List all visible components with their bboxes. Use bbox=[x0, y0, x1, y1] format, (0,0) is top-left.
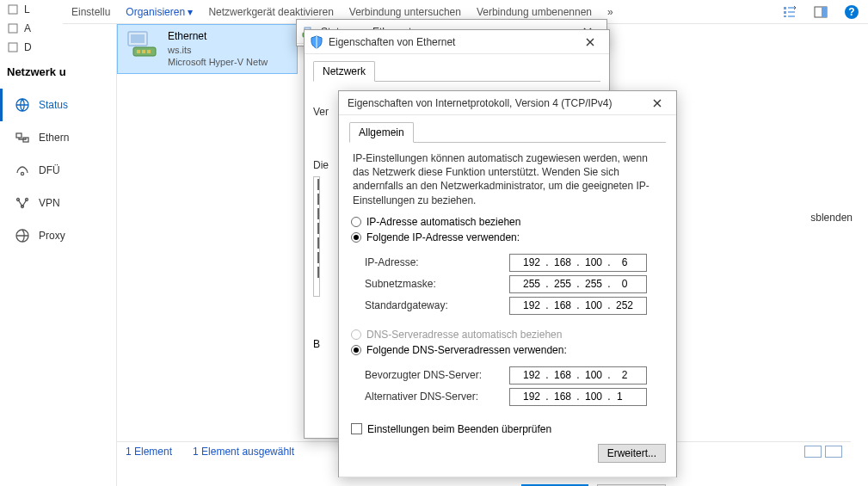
advanced-button[interactable]: Erweitert... bbox=[598, 444, 666, 463]
radio-label: IP-Adresse automatisch beziehen bbox=[366, 216, 520, 228]
toolbar-overflow[interactable]: » bbox=[607, 6, 613, 18]
radio-dns-auto: DNS-Serveradresse automatisch beziehen bbox=[351, 329, 664, 341]
label-default-gateway: Standardgateway: bbox=[365, 299, 509, 311]
sidebar-item-status[interactable]: Status bbox=[0, 89, 116, 121]
network-adapter-icon bbox=[126, 30, 161, 59]
view-options-icon[interactable] bbox=[782, 4, 797, 20]
disk-icon bbox=[7, 3, 19, 15]
checkbox-icon bbox=[351, 423, 362, 434]
close-button[interactable] bbox=[643, 95, 671, 112]
connection-adapter: Microsoft Hyper-V Netw bbox=[168, 56, 268, 68]
label-fragment: B bbox=[313, 338, 317, 350]
preview-pane-icon[interactable] bbox=[813, 4, 828, 20]
description-text: IP-Einstellungen können automatisch zuge… bbox=[353, 151, 662, 207]
sidebar-stub-label: L bbox=[24, 3, 30, 15]
toolbar-disable-device[interactable]: Netzwerkgerät deaktivieren bbox=[208, 6, 333, 18]
svg-rect-1 bbox=[9, 24, 17, 33]
connection-text: Ethernet ws.its Microsoft Hyper-V Netw bbox=[168, 30, 268, 68]
sidebar-stub[interactable]: D bbox=[0, 38, 116, 57]
toolbar-rename[interactable]: Verbindung umbenennen bbox=[477, 6, 592, 18]
svg-rect-19 bbox=[131, 34, 145, 43]
checkbox[interactable] bbox=[317, 223, 319, 234]
help-icon[interactable]: ? bbox=[844, 4, 859, 20]
toolbar-settings[interactable]: Einstellu bbox=[71, 6, 110, 18]
svg-rect-15 bbox=[822, 7, 827, 17]
radio-icon bbox=[351, 329, 361, 340]
radio-label: Folgende DNS-Serveradressen verwenden: bbox=[366, 344, 567, 356]
radio-icon bbox=[351, 217, 361, 227]
input-subnet-mask[interactable]: 255. 255. 255. 0 bbox=[509, 275, 647, 293]
sidebar-stub-label: A bbox=[24, 22, 31, 34]
label-alternate-dns: Alternativer DNS-Server: bbox=[365, 391, 509, 403]
svg-point-6 bbox=[21, 172, 23, 175]
radio-label: DNS-Serveradresse automatisch beziehen bbox=[366, 329, 562, 341]
svg-text:?: ? bbox=[848, 6, 854, 18]
sidebar-item-label: Status bbox=[39, 99, 68, 111]
toolbar-diagnose[interactable]: Verbindung untersuchen bbox=[349, 6, 461, 18]
sidebar-item-ethernet[interactable]: Ethern bbox=[0, 121, 116, 154]
view-large-icon[interactable] bbox=[825, 446, 842, 458]
svg-rect-0 bbox=[9, 5, 17, 14]
checkbox[interactable] bbox=[317, 267, 319, 278]
tab-strip: Allgemein bbox=[349, 122, 666, 143]
input-default-gateway[interactable]: 192. 168. 100. 252 bbox=[509, 297, 647, 315]
svg-rect-12 bbox=[784, 11, 786, 14]
window-title: Eigenschaften von Internetprotokoll, Ver… bbox=[344, 97, 643, 109]
checkbox[interactable] bbox=[317, 194, 319, 205]
view-details-icon[interactable] bbox=[804, 446, 822, 458]
connection-item-ethernet[interactable]: Ethernet ws.its Microsoft Hyper-V Netw bbox=[117, 24, 298, 74]
svg-rect-23 bbox=[147, 50, 151, 53]
checkbox[interactable] bbox=[317, 208, 319, 219]
svg-rect-13 bbox=[784, 15, 786, 17]
label-subnet-mask: Subnetzmaske: bbox=[365, 278, 509, 290]
label-ip-address: IP-Adresse: bbox=[365, 256, 509, 268]
dialup-icon bbox=[15, 163, 30, 178]
window-title: Eigenschaften von Ethernet bbox=[329, 36, 576, 48]
sidebar-item-label: VPN bbox=[39, 197, 60, 209]
tab-strip: Netzwerk bbox=[313, 61, 600, 82]
disk-icon bbox=[7, 41, 19, 53]
svg-rect-22 bbox=[142, 50, 145, 53]
checkbox-validate-on-exit[interactable]: Einstellungen beim Beenden überprüfen bbox=[351, 423, 666, 435]
connection-name: Ethernet bbox=[168, 30, 268, 44]
globe-icon bbox=[15, 97, 30, 113]
input-ip-address[interactable]: 192. 168. 100. 6 bbox=[509, 254, 647, 272]
svg-rect-2 bbox=[9, 43, 17, 52]
shield-icon bbox=[310, 35, 323, 49]
status-count: 1 Element bbox=[126, 446, 172, 458]
background-text-fragment: sblenden bbox=[810, 212, 853, 224]
sidebar-item-label: Proxy bbox=[39, 230, 65, 242]
connection-domain: ws.its bbox=[168, 44, 268, 56]
tab-network[interactable]: Netzwerk bbox=[313, 61, 375, 82]
radio-ip-auto[interactable]: IP-Adresse automatisch beziehen bbox=[351, 216, 664, 228]
checkbox[interactable] bbox=[317, 179, 319, 190]
window-ipv4-properties: Eigenschaften von Internetprotokoll, Ver… bbox=[338, 90, 677, 477]
label-preferred-dns: Bevorzugter DNS-Server: bbox=[365, 369, 509, 381]
tab-general[interactable]: Allgemein bbox=[349, 122, 414, 143]
globe-icon bbox=[15, 228, 30, 243]
svg-rect-11 bbox=[784, 7, 786, 9]
sidebar-stub-label: D bbox=[24, 41, 32, 53]
radio-ip-manual[interactable]: Folgende IP-Adresse verwenden: bbox=[351, 231, 664, 243]
checkbox-label: Einstellungen beim Beenden überprüfen bbox=[367, 423, 551, 435]
close-button[interactable] bbox=[576, 34, 604, 51]
sidebar-heading: Netzwerk u bbox=[0, 57, 116, 83]
radio-dns-manual[interactable]: Folgende DNS-Serveradressen verwenden: bbox=[351, 344, 664, 356]
toolbar-organize[interactable]: Organisieren ▾ bbox=[126, 6, 193, 18]
components-list[interactable] bbox=[313, 176, 320, 297]
sidebar-item-label: Ethern bbox=[39, 132, 69, 144]
sidebar-item-vpn[interactable]: VPN bbox=[0, 187, 116, 219]
checkbox[interactable] bbox=[317, 237, 319, 249]
disk-icon bbox=[7, 22, 19, 34]
svg-rect-4 bbox=[16, 133, 22, 138]
checkbox[interactable] bbox=[317, 252, 319, 263]
input-preferred-dns[interactable]: 192. 168. 100. 2 bbox=[509, 366, 647, 384]
ethernet-icon bbox=[15, 130, 30, 145]
status-selected: 1 Element ausgewählt bbox=[193, 446, 294, 458]
vpn-icon bbox=[15, 195, 30, 211]
sidebar-item-dialup[interactable]: DFÜ bbox=[0, 154, 116, 187]
input-alternate-dns[interactable]: 192. 168. 100. 1 bbox=[509, 388, 647, 406]
sidebar-item-label: DFÜ bbox=[39, 164, 60, 176]
sidebar-item-proxy[interactable]: Proxy bbox=[0, 219, 116, 252]
radio-label: Folgende IP-Adresse verwenden: bbox=[366, 231, 520, 243]
